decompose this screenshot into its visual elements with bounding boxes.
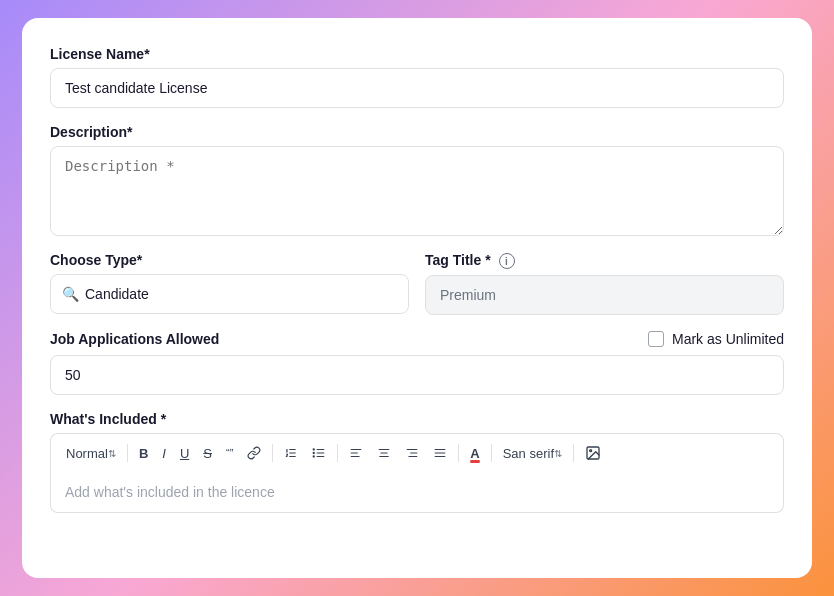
choose-type-label: Choose Type* (50, 252, 409, 268)
toolbar-divider-6 (573, 444, 574, 462)
choose-type-input[interactable] (50, 274, 409, 314)
toolbar-justify-btn[interactable] (428, 443, 452, 463)
description-label: Description* (50, 124, 784, 140)
license-name-label: License Name* (50, 46, 784, 62)
toolbar-font-color-btn[interactable]: A (465, 443, 484, 464)
toolbar-ordered-list-btn[interactable] (279, 443, 303, 463)
description-group: Description* (50, 124, 784, 236)
svg-point-7 (313, 453, 314, 454)
svg-point-8 (313, 456, 314, 457)
type-tag-row: Choose Type* 🔍 Tag Title * i (50, 252, 784, 315)
svg-point-6 (313, 449, 314, 450)
toolbar-align-left-btn[interactable] (344, 443, 368, 463)
toolbar-divider-4 (458, 444, 459, 462)
toolbar-strikethrough-btn[interactable]: S (198, 443, 217, 464)
editor-content-area[interactable]: Add what's included in the licence (50, 472, 784, 513)
toolbar-italic-btn[interactable]: I (157, 443, 171, 464)
toolbar-align-center-btn[interactable] (372, 443, 396, 463)
toolbar-divider-5 (491, 444, 492, 462)
toolbar-divider-2 (272, 444, 273, 462)
job-applications-label: Job Applications Allowed (50, 331, 219, 347)
toolbar-font-family-btn[interactable]: San serif ⇅ (498, 443, 567, 464)
mark-unlimited-label[interactable]: Mark as Unlimited (648, 331, 784, 347)
tag-title-input[interactable] (425, 275, 784, 315)
job-applications-header-row: Job Applications Allowed Mark as Unlimit… (50, 331, 784, 347)
job-applications-input[interactable] (50, 355, 784, 395)
toolbar-quote-btn[interactable]: “” (221, 444, 238, 462)
editor-toolbar: Normal ⇅ B I U S “” (50, 433, 784, 472)
rich-text-editor: Normal ⇅ B I U S “” (50, 433, 784, 513)
toolbar-align-right-btn[interactable] (400, 443, 424, 463)
toolbar-underline-btn[interactable]: U (175, 443, 194, 464)
toolbar-bold-btn[interactable]: B (134, 443, 153, 464)
normal-arrow-icon: ⇅ (108, 448, 116, 459)
font-family-arrow-icon: ⇅ (554, 448, 562, 459)
choose-type-group: Choose Type* 🔍 (50, 252, 409, 314)
toolbar-link-btn[interactable] (242, 443, 266, 463)
license-name-input[interactable] (50, 68, 784, 108)
whats-included-label: What's Included * (50, 411, 784, 427)
choose-type-input-wrap: 🔍 (50, 274, 409, 314)
form-card: License Name* Description* Choose Type* … (22, 18, 812, 578)
toolbar-divider-1 (127, 444, 128, 462)
tag-title-label: Tag Title * i (425, 252, 784, 269)
whats-included-group: What's Included * Normal ⇅ B I U S “” (50, 411, 784, 513)
tag-title-group: Tag Title * i (425, 252, 784, 315)
toolbar-image-btn[interactable] (580, 442, 606, 464)
job-applications-group: Job Applications Allowed Mark as Unlimit… (50, 331, 784, 395)
license-name-group: License Name* (50, 46, 784, 108)
mark-unlimited-checkbox[interactable] (648, 331, 664, 347)
svg-point-22 (590, 450, 592, 452)
toolbar-unordered-list-btn[interactable] (307, 443, 331, 463)
toolbar-normal-btn[interactable]: Normal ⇅ (61, 443, 121, 464)
description-input[interactable] (50, 146, 784, 236)
tag-title-info-icon: i (499, 253, 515, 269)
toolbar-divider-3 (337, 444, 338, 462)
